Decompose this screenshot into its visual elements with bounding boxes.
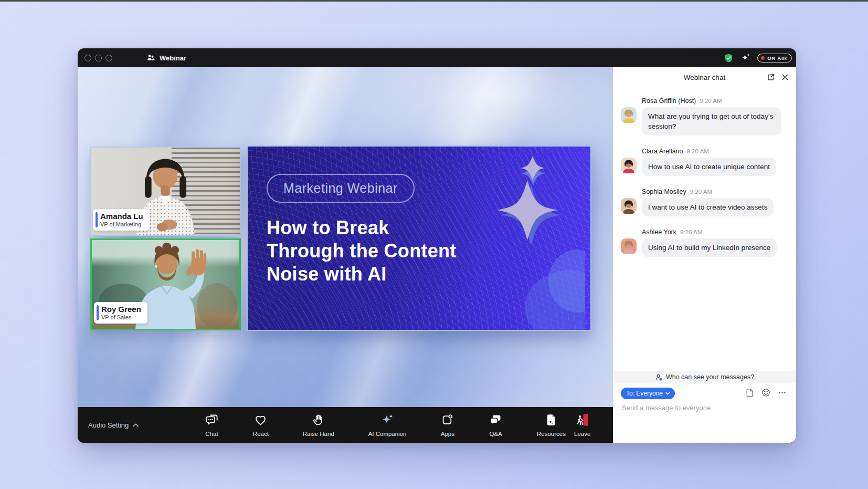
- toolbar-item-ai-companion[interactable]: AI Companion: [368, 413, 407, 437]
- speaker-role: VP of Sales: [101, 314, 141, 321]
- toolbar-item-qa[interactable]: Q&A: [489, 413, 503, 437]
- message-sender-name: Ashlee York: [642, 228, 676, 236]
- slide-title-line: How to Break: [267, 216, 457, 240]
- nametag-amanda: Amanda Lu VP of Marketing: [93, 209, 150, 231]
- avatar: [621, 107, 637, 123]
- resources-icon: [544, 413, 558, 429]
- apps-icon: [440, 413, 454, 429]
- speaker-name: Amanda Lu: [100, 212, 143, 221]
- on-air-label: ON AIR: [767, 55, 787, 61]
- toolbar-tools: Chat React Raise Hand AI Companion Apps …: [205, 407, 566, 443]
- chat-icon: [205, 413, 219, 429]
- webinar-chat-panel: Webinar chat Rosa Griffin (Host)9:20 AM: [613, 67, 796, 443]
- message-bubble: Using AI to build my LinkedIn presence: [642, 238, 777, 257]
- audio-setting-label: Audio Setting: [88, 421, 129, 429]
- message-timestamp: 9:20 AM: [680, 229, 702, 235]
- speaker-role: VP of Marketing: [100, 221, 143, 228]
- emoji-icon[interactable]: [761, 388, 770, 397]
- screen-top-edge: [0, 0, 868, 2]
- to-everyone-label: To: Everyone: [626, 390, 663, 397]
- window-titlebar: Webinar ON AIR: [78, 48, 796, 67]
- ai-sparkle-icon[interactable]: [740, 53, 750, 63]
- message-sender-name: Sophia Mosiley: [642, 188, 686, 195]
- video-stage: Amanda Lu VP of Marketing: [78, 67, 613, 407]
- chat-message: Clara Arellano9:20 AM How to use AI to c…: [621, 147, 788, 176]
- message-timestamp: 9:20 AM: [690, 189, 712, 195]
- slide-title-line: Noise with AI: [267, 263, 457, 286]
- message-sender-name: Clara Arellano: [642, 148, 683, 155]
- toolbar-item-raise-hand[interactable]: Raise Hand: [303, 413, 334, 437]
- slide-3d-shapes: [464, 150, 585, 331]
- app-title: Webinar: [146, 53, 186, 63]
- more-options-icon[interactable]: [778, 388, 787, 397]
- slide-title-line: Through the Content: [267, 240, 457, 263]
- person-visibility-icon: [655, 373, 663, 381]
- message-bubble: I want to use AI to create video assets: [642, 198, 774, 216]
- toolbar-item-apps[interactable]: Apps: [440, 413, 454, 437]
- nametag-accent-bar: [97, 305, 99, 320]
- chat-message-list: Rosa Griffin (Host)9:20 AM What are you …: [613, 88, 796, 268]
- privacy-note-text: Who can see your messages?: [666, 373, 754, 381]
- on-air-dot-icon: [761, 56, 765, 60]
- window-controls: [84, 55, 112, 61]
- message-bubble: How to use AI to create unique content: [642, 158, 776, 176]
- shared-slide: Marketing Webinar How to BreakThrough th…: [247, 145, 591, 331]
- privacy-note[interactable]: Who can see your messages?: [613, 371, 796, 383]
- qa-icon: [489, 413, 503, 429]
- react-icon: [253, 413, 268, 429]
- close-icon[interactable]: [781, 74, 789, 81]
- ai-companion-icon: [380, 413, 395, 429]
- to-everyone-selector[interactable]: To: Everyone: [621, 388, 675, 399]
- message-sender-name: Rosa Griffin (Host): [642, 97, 696, 105]
- toolbar-leave-area: Leave: [574, 407, 606, 443]
- webinar-window: Webinar ON AIR: [78, 48, 796, 443]
- avatar: [621, 238, 637, 254]
- participants-icon: [146, 53, 155, 63]
- raise-hand-icon: [311, 413, 325, 429]
- slide-title: How to BreakThrough the ContentNoise wit…: [267, 216, 457, 286]
- chat-message: Rosa Griffin (Host)9:20 AM What are you …: [621, 97, 788, 136]
- speaker-name: Roy Green: [101, 305, 141, 314]
- message-bubble: What are you trying to get out of today'…: [642, 107, 781, 136]
- on-air-badge: ON AIR: [757, 54, 792, 63]
- slide-badge: Marketing Webinar: [267, 174, 415, 203]
- window-zoom-button[interactable]: [105, 55, 112, 61]
- chevron-down-icon: [665, 392, 670, 395]
- toolbar-item-leave[interactable]: Leave: [574, 413, 590, 437]
- leave-icon: [575, 413, 589, 429]
- avatar: [621, 158, 637, 173]
- security-shield-icon[interactable]: [724, 53, 734, 63]
- avatar: [621, 198, 637, 214]
- video-tile-roy[interactable]: Roy Green VP of Sales: [90, 238, 241, 330]
- toolbar-item-react[interactable]: React: [253, 413, 269, 437]
- nametag-roy: Roy Green VP of Sales: [94, 302, 147, 324]
- audio-setting-button[interactable]: Audio Setting: [88, 407, 139, 443]
- nametag-accent-bar: [96, 212, 98, 227]
- popout-icon[interactable]: [767, 73, 775, 81]
- video-tile-amanda[interactable]: Amanda Lu VP of Marketing: [90, 147, 241, 236]
- meeting-toolbar: Audio Setting Chat React Raise Hand AI C…: [78, 407, 613, 443]
- chat-message-input[interactable]: [621, 403, 786, 412]
- toolbar-item-chat[interactable]: Chat: [205, 413, 219, 437]
- window-close-button[interactable]: [84, 55, 91, 61]
- attach-file-icon[interactable]: [745, 388, 754, 397]
- desktop-background: Webinar ON AIR: [0, 0, 868, 489]
- message-timestamp: 9:20 AM: [687, 148, 709, 154]
- chevron-up-icon: [133, 423, 139, 427]
- chat-header: Webinar chat: [613, 67, 796, 88]
- chat-message: Sophia Mosiley9:20 AM I want to use AI t…: [621, 188, 788, 216]
- window-minimize-button[interactable]: [95, 55, 102, 61]
- message-timestamp: 9:20 AM: [700, 98, 722, 104]
- titlebar-status-area: ON AIR: [724, 48, 792, 67]
- window-title: Webinar: [160, 54, 186, 62]
- chat-message: Ashlee York9:20 AM Using AI to build my …: [621, 228, 788, 257]
- toolbar-item-resources[interactable]: Resources: [537, 413, 566, 437]
